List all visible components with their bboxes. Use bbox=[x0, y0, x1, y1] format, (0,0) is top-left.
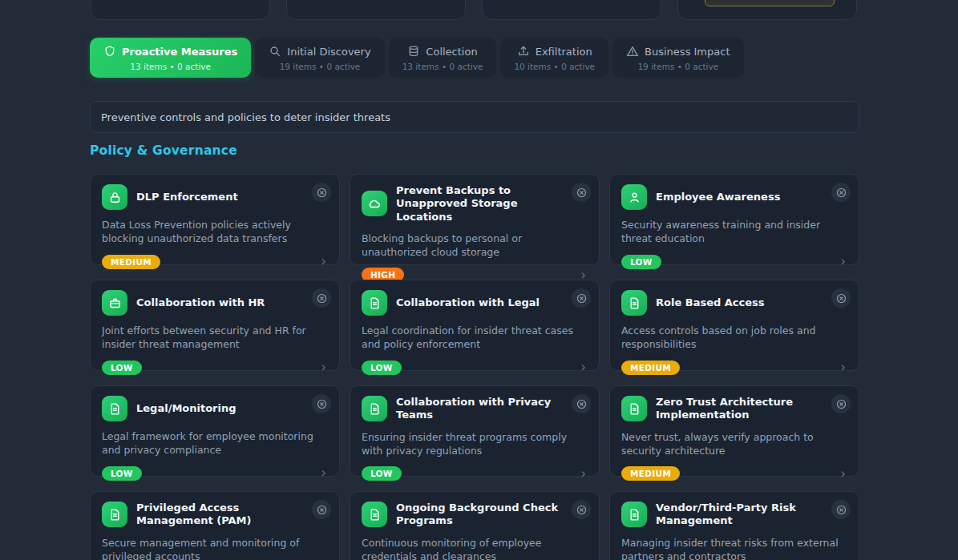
tab-collection[interactable]: Collection 13 items • 0 active bbox=[389, 38, 497, 78]
card-description: Legal framework for employee monitoring … bbox=[102, 429, 328, 457]
card-description: Never trust, always verify approach to s… bbox=[621, 430, 847, 458]
summary-card bbox=[286, 0, 466, 20]
tab-proactive-measures[interactable]: Proactive Measures 13 items • 0 active bbox=[90, 38, 251, 78]
top-summary-cards bbox=[91, 0, 857, 20]
card-description: Continuous monitoring of employee creden… bbox=[362, 536, 588, 560]
card-title: Collaboration with Privacy Teams bbox=[396, 396, 560, 422]
chevron-right-icon[interactable]: › bbox=[840, 361, 847, 374]
document-icon bbox=[102, 396, 127, 421]
card-title: Ongoing Background Check Programs bbox=[396, 502, 560, 528]
document-icon bbox=[362, 396, 387, 421]
card-title: Privileged Access Management (PAM) bbox=[136, 502, 301, 528]
search-icon bbox=[269, 45, 281, 58]
highlighted-filter-button[interactable] bbox=[705, 0, 835, 6]
document-icon bbox=[362, 290, 387, 316]
card-title: Employee Awareness bbox=[656, 191, 780, 203]
briefcase-icon bbox=[102, 290, 127, 316]
measure-card[interactable]: Vendor/Third-Party Risk Management Manag… bbox=[609, 491, 859, 560]
measure-card[interactable]: Privileged Access Management (PAM) Secur… bbox=[90, 491, 340, 560]
tab-meta: 19 items • 0 active bbox=[269, 62, 370, 71]
disable-circle-x-icon[interactable] bbox=[312, 288, 331, 308]
severity-badge: LOW bbox=[362, 466, 402, 481]
card-title: Collaboration with HR bbox=[136, 296, 265, 309]
disable-circle-x-icon[interactable] bbox=[831, 288, 851, 308]
disable-circle-x-icon[interactable] bbox=[312, 183, 331, 202]
phase-description-text: Preventive controls and policies to dete… bbox=[101, 111, 390, 123]
severity-badge: LOW bbox=[362, 361, 402, 375]
severity-badge: MEDIUM bbox=[621, 361, 680, 375]
tab-label: Business Impact bbox=[645, 46, 730, 58]
disable-circle-x-icon[interactable] bbox=[572, 394, 591, 413]
severity-badge: LOW bbox=[621, 255, 661, 269]
measure-card[interactable]: DLP Enforcement Data Loss Prevention pol… bbox=[90, 174, 340, 265]
card-description: Legal coordination for insider threat ca… bbox=[362, 324, 588, 352]
chevron-right-icon[interactable]: › bbox=[321, 361, 328, 374]
chevron-right-icon[interactable]: › bbox=[321, 255, 328, 268]
measure-card[interactable]: Zero Trust Architecture Implementation N… bbox=[609, 385, 859, 477]
card-title: Collaboration with Legal bbox=[396, 296, 540, 309]
chevron-right-icon[interactable]: › bbox=[321, 466, 328, 480]
user-icon bbox=[621, 184, 647, 210]
shield-icon bbox=[103, 45, 116, 58]
card-description: Secure management and monitoring of priv… bbox=[102, 536, 328, 560]
measure-card[interactable]: Collaboration with Legal Legal coordinat… bbox=[350, 280, 600, 371]
measure-card[interactable]: Legal/Monitoring Legal framework for emp… bbox=[90, 385, 340, 477]
phase-tab-bar: Proactive Measures 13 items • 0 active I… bbox=[90, 38, 744, 78]
card-title: Zero Trust Architecture Implementation bbox=[656, 396, 820, 422]
document-icon bbox=[621, 502, 647, 527]
disable-circle-x-icon[interactable] bbox=[312, 394, 331, 413]
tab-business-impact[interactable]: Business Impact 19 items • 0 active bbox=[612, 38, 743, 78]
severity-badge: MEDIUM bbox=[102, 255, 160, 269]
disable-circle-x-icon[interactable] bbox=[572, 183, 591, 202]
summary-card bbox=[482, 0, 661, 20]
database-icon bbox=[407, 45, 420, 58]
measure-card[interactable]: Collaboration with HR Joint efforts betw… bbox=[90, 280, 340, 371]
warning-icon bbox=[626, 45, 639, 58]
document-icon bbox=[102, 502, 127, 527]
measures-grid: DLP Enforcement Data Loss Prevention pol… bbox=[90, 174, 859, 560]
card-title: DLP Enforcement bbox=[136, 191, 238, 203]
tab-meta: 10 items • 0 active bbox=[514, 62, 595, 71]
lock-icon bbox=[102, 184, 127, 210]
document-icon bbox=[362, 502, 387, 527]
card-title: Vendor/Third-Party Risk Management bbox=[656, 502, 820, 528]
severity-badge: LOW bbox=[102, 466, 142, 481]
card-title: Prevent Backups to Unapproved Storage Lo… bbox=[396, 184, 560, 224]
card-description: Security awareness training and insider … bbox=[621, 218, 847, 246]
card-description: Ensuring insider threat programs comply … bbox=[362, 430, 588, 458]
tab-exfiltration[interactable]: Exfiltration 10 items • 0 active bbox=[500, 38, 608, 78]
chevron-right-icon[interactable]: › bbox=[580, 467, 588, 481]
tab-label: Initial Discovery bbox=[287, 46, 370, 58]
tab-meta: 13 items • 0 active bbox=[103, 62, 237, 71]
disable-circle-x-icon[interactable] bbox=[572, 288, 591, 308]
disable-circle-x-icon[interactable] bbox=[831, 394, 851, 413]
card-description: Data Loss Prevention policies actively b… bbox=[102, 218, 328, 246]
document-icon bbox=[621, 290, 647, 316]
summary-card bbox=[677, 0, 857, 20]
card-description: Blocking backups to personal or unauthor… bbox=[362, 232, 588, 260]
measure-card[interactable]: Collaboration with Privacy Teams Ensurin… bbox=[350, 385, 600, 477]
measure-card[interactable]: Employee Awareness Security awareness tr… bbox=[609, 174, 859, 265]
card-title: Role Based Access bbox=[656, 296, 765, 309]
disable-circle-x-icon[interactable] bbox=[831, 183, 851, 202]
document-icon bbox=[621, 396, 647, 421]
chevron-right-icon[interactable]: › bbox=[840, 467, 847, 481]
section-title: Policy & Governance bbox=[90, 143, 237, 158]
severity-badge: LOW bbox=[102, 361, 142, 375]
card-description: Joint efforts between security and HR fo… bbox=[102, 324, 328, 352]
tab-meta: 19 items • 0 active bbox=[626, 62, 730, 71]
summary-card bbox=[91, 0, 270, 20]
disable-circle-x-icon[interactable] bbox=[312, 500, 331, 519]
disable-circle-x-icon[interactable] bbox=[572, 500, 591, 519]
tab-label: Proactive Measures bbox=[122, 46, 237, 58]
measure-card[interactable]: Role Based Access Access controls based … bbox=[609, 280, 859, 371]
severity-badge: MEDIUM bbox=[621, 466, 680, 481]
measure-card[interactable]: Prevent Backups to Unapproved Storage Lo… bbox=[350, 174, 600, 265]
cloud-icon bbox=[362, 191, 387, 216]
chevron-right-icon[interactable]: › bbox=[580, 361, 588, 374]
disable-circle-x-icon[interactable] bbox=[831, 500, 851, 519]
chevron-right-icon[interactable]: › bbox=[840, 255, 847, 268]
card-description: Managing insider threat risks from exter… bbox=[621, 536, 847, 560]
measure-card[interactable]: Ongoing Background Check Programs Contin… bbox=[350, 491, 600, 560]
tab-initial-discovery[interactable]: Initial Discovery 19 items • 0 active bbox=[255, 38, 384, 78]
